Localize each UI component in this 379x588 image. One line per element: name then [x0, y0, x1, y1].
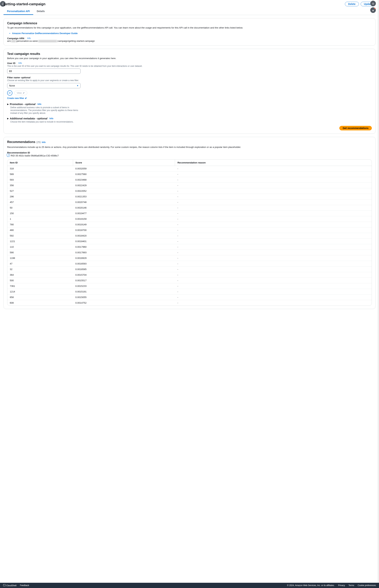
campaign-arn-info[interactable]: Info — [26, 37, 31, 40]
user-id-label: User ID — [7, 62, 16, 64]
cell-score: 0.0015191 — [73, 289, 175, 294]
external-icon: ⬈ — [23, 92, 25, 94]
refresh-button[interactable]: ⟳ — [7, 90, 12, 96]
cell-item: 589 — [7, 171, 73, 177]
filter-select-value: None — [9, 84, 15, 87]
cell-score: 0.0027560 — [73, 171, 175, 177]
promotion-toggle[interactable]: ▶ Promotion - optional Info — [7, 103, 372, 106]
cell-reason: - — [175, 272, 372, 278]
campaign-inference-desc: To get recommendations for this campaign… — [7, 26, 372, 30]
cell-item: 593 — [7, 177, 73, 183]
user-id-info[interactable]: Info — [17, 62, 22, 64]
get-recommendations-button[interactable]: Get recommendations — [339, 126, 372, 130]
user-id-input[interactable] — [7, 69, 80, 74]
table-row: 470.0016593- — [7, 261, 372, 266]
table-row: 12210.0018401- — [7, 239, 372, 244]
campaign-arn-value: arn:xxxx:personalize:us-west-xxxxxxxxxxx… — [7, 40, 372, 42]
table-row: 12140.0015191- — [7, 289, 372, 294]
cell-reason: - — [175, 188, 372, 194]
cell-item: 1221 — [7, 239, 73, 244]
metadata-info[interactable]: Info — [49, 117, 53, 120]
cell-item: 50 — [7, 205, 73, 211]
table-row: 7800.0019149- — [7, 222, 372, 227]
table-row: 11980.0016929- — [7, 255, 372, 261]
test-campaign-panel: Test campaign results Before you use you… — [3, 49, 376, 134]
cell-score: 0.0015233 — [73, 283, 175, 289]
test-campaign-desc: Before you use your campaign in your app… — [7, 57, 372, 60]
cell-score: 0.0014752 — [73, 300, 175, 306]
recommendations-title: Recommendations — [7, 140, 35, 144]
cell-reason: - — [175, 239, 372, 244]
cell-reason: - — [175, 261, 372, 266]
cell-score: 0.0015704 — [73, 272, 175, 278]
cell-reason: - — [175, 294, 372, 300]
table-row: 5900.0017893- — [7, 250, 372, 255]
help-panel-icon[interactable]: ◎ — [370, 1, 376, 6]
cell-score: 0.0023468 — [73, 177, 175, 183]
caret-right-icon: ▶ — [7, 117, 9, 120]
table-row: 8580.0015055- — [7, 294, 372, 300]
col-score[interactable]: Score — [73, 160, 175, 166]
cell-score: 0.0020748 — [73, 200, 175, 205]
col-item-id[interactable]: Item ID — [7, 160, 73, 166]
recommendations-desc: Recommendations include up to 25 items o… — [7, 146, 372, 149]
copy-icon[interactable] — [7, 154, 10, 157]
cell-score: 0.0015055 — [73, 294, 175, 300]
cell-score: 0.0022429 — [73, 183, 175, 188]
notifications-icon[interactable]: ▲ — [370, 7, 376, 13]
cell-score: 0.0018420 — [73, 233, 175, 239]
cell-item: 780 — [7, 222, 73, 227]
create-new-filter-link[interactable]: Create new filter ⬈ — [7, 97, 27, 99]
page-title: getting-started-campaign — [3, 2, 46, 6]
tab-personalization-api[interactable]: Personalization API — [3, 8, 33, 15]
table-row: 10.0019159- — [7, 216, 372, 222]
col-reason[interactable]: Recommendation reason — [175, 160, 372, 166]
table-row: 4800.0018700- — [7, 227, 372, 233]
cell-score: 0.0019149 — [73, 222, 175, 227]
table-row: 5270.0022052- — [7, 188, 372, 194]
cell-reason: - — [175, 183, 372, 188]
cell-reason: - — [175, 166, 372, 171]
table-row: 3560.0022429- — [7, 183, 372, 188]
cell-item: 7361 — [7, 283, 73, 289]
cell-score: 0.0020146 — [73, 205, 175, 211]
scrollbar[interactable] — [378, 0, 379, 316]
cell-item: 110 — [7, 244, 73, 250]
cell-item: 527 — [7, 188, 73, 194]
table-row: 4570.0020748- — [7, 200, 372, 205]
filter-hint: Choose an existing filter to apply to yo… — [7, 79, 372, 82]
cell-score: 0.0021353 — [73, 194, 175, 200]
table-row: 5920.0018420- — [7, 233, 372, 239]
developer-guide-link[interactable]: Amazon Personalize GetRecommendations De… — [12, 32, 78, 35]
promotion-info[interactable]: Info — [38, 103, 41, 105]
cell-item: 356 — [7, 183, 73, 188]
metadata-section: ▶ Additional metadata - optional Info Ch… — [7, 117, 372, 124]
table-row: 320.0016585- — [7, 266, 372, 272]
rec-id-label: Recommendation ID — [7, 151, 372, 154]
cell-item: 608 — [7, 300, 73, 306]
cell-reason: - — [175, 227, 372, 233]
recommendations-count: (25) — [36, 141, 41, 143]
table-row: 6080.0014752- — [7, 300, 372, 306]
filter-select[interactable]: None ▼ — [7, 83, 80, 88]
tab-details[interactable]: Details — [33, 8, 48, 15]
recommendations-info[interactable]: Info — [42, 141, 46, 143]
rec-id-value: RID-35-402c-ba0b-5fb86a83f81a-CID-4598c7 — [11, 154, 59, 157]
cell-reason: - — [175, 177, 372, 183]
cell-item: 457 — [7, 200, 73, 205]
metadata-toggle[interactable]: ▶ Additional metadata - optional Info — [7, 117, 372, 120]
cell-item: 858 — [7, 294, 73, 300]
recommendations-table: Item ID Score Recommendation reason 3180… — [7, 160, 372, 306]
table-row: 1100.0017960- — [7, 244, 372, 250]
cell-item: 296 — [7, 194, 73, 200]
delete-button[interactable]: Delete — [345, 2, 359, 6]
cell-reason: - — [175, 216, 372, 222]
cell-item: 47 — [7, 261, 73, 266]
cell-reason: - — [175, 171, 372, 177]
promotion-section: ▶ Promotion - optional Info Define addit… — [7, 103, 372, 114]
cell-reason: - — [175, 211, 372, 216]
cell-reason: - — [175, 194, 372, 200]
cell-score: 0.0022052 — [73, 188, 175, 194]
cell-score: 0.0019477 — [73, 211, 175, 216]
campaign-arn-label: Campaign ARN — [7, 37, 24, 40]
